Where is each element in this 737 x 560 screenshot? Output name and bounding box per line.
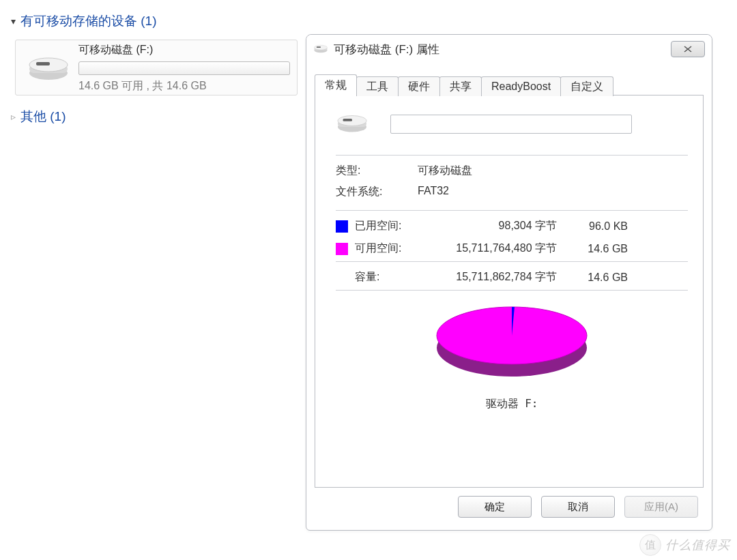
dialog-drive-icon <box>313 43 328 56</box>
free-space-human: 14.6 GB <box>560 243 628 255</box>
tab-tools[interactable]: 工具 <box>356 76 399 96</box>
drive-icon <box>18 43 78 92</box>
tab-page-general: 类型: 可移动磁盘 文件系统: FAT32 已用空间: 98,304 字节 96… <box>315 95 704 488</box>
collapse-arrow-icon: ▾ <box>5 16 20 27</box>
filesystem-label: 文件系统: <box>336 185 418 199</box>
divider <box>336 155 688 156</box>
free-space-bytes: 15,711,764,480 字节 <box>426 241 560 256</box>
group-header-removable-devices[interactable]: ▾ 有可移动存储的设备 (1) <box>5 12 732 30</box>
used-color-swatch <box>336 220 348 233</box>
apply-button[interactable]: 应用(A) <box>624 496 698 518</box>
filesystem-value: FAT32 <box>418 185 688 199</box>
tab-custom[interactable]: 自定义 <box>560 76 613 96</box>
tab-hardware[interactable]: 硬件 <box>398 76 440 96</box>
cancel-button[interactable]: 取消 <box>541 496 615 518</box>
properties-dialog: 可移动磁盘 (F:) 属性 常规 工具 硬件 共享 ReadyBoost 自定义 <box>306 34 712 531</box>
watermark-text: 什么值得买 <box>665 537 730 553</box>
pie-caption: 驱动器 F: <box>486 397 538 411</box>
free-space-label: 可用空间: <box>355 241 426 256</box>
dialog-titlebar: 可移动磁盘 (F:) 属性 <box>306 35 712 63</box>
drive-icon-large <box>336 111 369 137</box>
group-label: 其他 (1) <box>20 108 66 126</box>
tab-general[interactable]: 常规 <box>315 74 357 95</box>
type-value: 可移动磁盘 <box>418 164 688 178</box>
capacity-pie-chart <box>423 299 601 387</box>
drive-usage-bar <box>78 61 290 75</box>
watermark-icon: 值 <box>639 534 661 556</box>
watermark: 值 什么值得买 <box>639 534 730 556</box>
svg-rect-3 <box>36 62 50 65</box>
svg-point-6 <box>314 45 327 50</box>
drive-tile-f[interactable]: 可移动磁盘 (F:) 14.6 GB 可用 , 共 14.6 GB <box>15 40 298 95</box>
divider <box>336 261 688 262</box>
drive-info: 可移动磁盘 (F:) 14.6 GB 可用 , 共 14.6 GB <box>78 42 290 93</box>
ok-button[interactable]: 确定 <box>458 496 532 518</box>
divider <box>336 210 688 211</box>
dialog-title: 可移动磁盘 (F:) 属性 <box>334 42 439 57</box>
capacity-bytes: 15,711,862,784 字节 <box>426 270 560 284</box>
svg-point-12 <box>338 116 366 126</box>
used-space-human: 96.0 KB <box>560 220 628 233</box>
svg-rect-13 <box>343 119 353 121</box>
drive-title: 可移动磁盘 (F:) <box>78 43 290 57</box>
svg-rect-7 <box>317 46 321 48</box>
capacity-human: 14.6 GB <box>560 271 628 284</box>
close-button[interactable] <box>671 41 705 57</box>
tab-readyboost[interactable]: ReadyBoost <box>481 76 561 96</box>
close-icon <box>683 46 693 53</box>
dialog-button-row: 确定 取消 应用(A) <box>458 496 698 518</box>
drive-subtitle: 14.6 GB 可用 , 共 14.6 GB <box>78 79 290 93</box>
tab-sharing[interactable]: 共享 <box>439 76 482 96</box>
free-color-swatch <box>336 243 348 255</box>
used-space-bytes: 98,304 字节 <box>426 219 560 233</box>
volume-label-input[interactable] <box>390 115 632 134</box>
divider <box>336 290 688 291</box>
type-label: 类型: <box>336 164 418 178</box>
group-label: 有可移动存储的设备 (1) <box>20 12 157 30</box>
expand-arrow-icon: ▹ <box>5 111 20 122</box>
used-space-label: 已用空间: <box>355 219 426 233</box>
capacity-label: 容量: <box>355 270 426 284</box>
tab-strip: 常规 工具 硬件 共享 ReadyBoost 自定义 <box>315 72 704 95</box>
